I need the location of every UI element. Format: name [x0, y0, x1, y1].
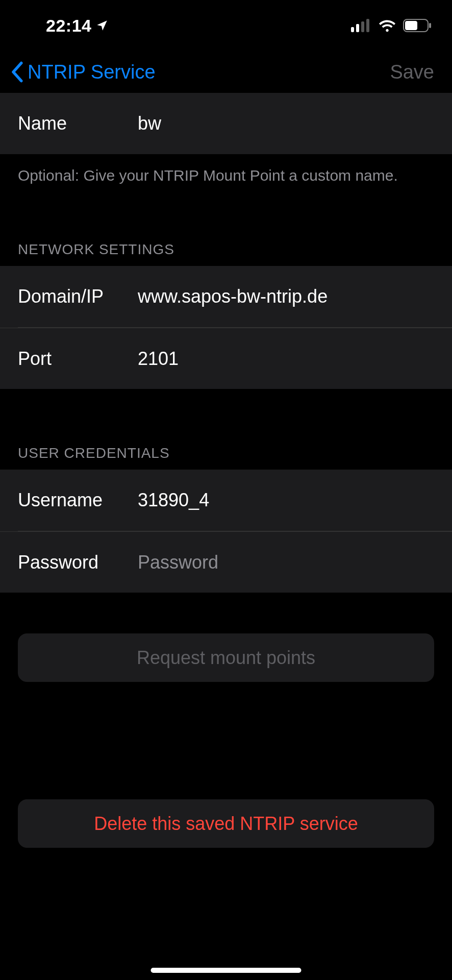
- status-bar: 22:14: [0, 0, 452, 51]
- username-cell[interactable]: Username: [0, 470, 452, 531]
- battery-icon: [403, 19, 432, 32]
- cellular-signal-icon: [351, 19, 371, 32]
- name-cell[interactable]: Name: [0, 93, 452, 154]
- chevron-left-icon: [10, 61, 23, 83]
- request-mount-points-button[interactable]: Request mount points: [18, 633, 434, 682]
- svg-rect-2: [361, 21, 364, 32]
- name-footer: Optional: Give your NTRIP Mount Point a …: [0, 154, 452, 185]
- username-label: Username: [18, 489, 138, 511]
- location-arrow-icon: [95, 19, 109, 32]
- password-cell[interactable]: Password: [0, 531, 452, 593]
- port-input[interactable]: [138, 348, 434, 370]
- username-input[interactable]: [138, 489, 434, 511]
- password-input[interactable]: [138, 552, 434, 573]
- request-button-container: Request mount points: [0, 593, 452, 682]
- password-label: Password: [18, 552, 138, 573]
- name-label: Name: [18, 113, 138, 134]
- wifi-icon: [378, 19, 397, 32]
- svg-rect-6: [429, 23, 431, 28]
- domain-cell[interactable]: Domain/IP: [0, 266, 452, 327]
- svg-rect-1: [356, 24, 359, 32]
- status-time-text: 22:14: [46, 16, 91, 36]
- domain-input[interactable]: [138, 286, 434, 307]
- credentials-header: USER CREDENTIALS: [0, 389, 452, 470]
- save-button[interactable]: Save: [390, 61, 442, 83]
- home-indicator[interactable]: [151, 968, 302, 973]
- port-label: Port: [18, 348, 138, 370]
- status-time: 22:14: [46, 16, 109, 36]
- domain-label: Domain/IP: [18, 286, 138, 307]
- name-input[interactable]: [138, 113, 434, 134]
- network-group: Domain/IP Port: [0, 266, 452, 389]
- svg-rect-0: [351, 27, 354, 32]
- network-header: NETWORK SETTINGS: [0, 185, 452, 266]
- svg-rect-5: [405, 21, 417, 30]
- back-button[interactable]: NTRIP Service: [10, 61, 156, 83]
- back-label: NTRIP Service: [28, 61, 156, 83]
- svg-rect-3: [366, 19, 369, 32]
- status-icons: [351, 19, 432, 32]
- credentials-group: Username Password: [0, 470, 452, 593]
- nav-bar: NTRIP Service Save: [0, 51, 452, 93]
- name-group: Name: [0, 93, 452, 154]
- delete-button-container: Delete this saved NTRIP service: [0, 682, 452, 848]
- delete-service-button[interactable]: Delete this saved NTRIP service: [18, 799, 434, 848]
- port-cell[interactable]: Port: [0, 328, 452, 389]
